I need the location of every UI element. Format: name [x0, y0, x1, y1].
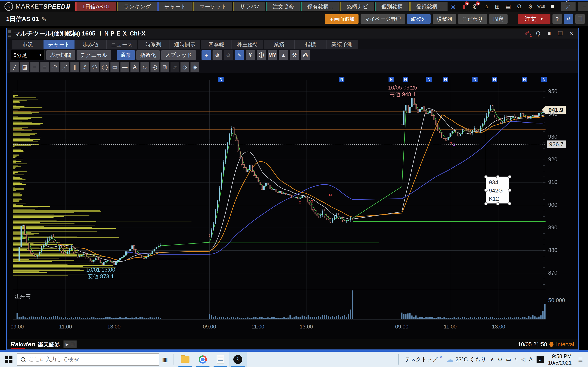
trendline-tool-icon[interactable]: ╱ [10, 62, 19, 72]
web-icon[interactable]: WEB [536, 2, 546, 11]
window-tab[interactable]: ニュース [106, 40, 138, 49]
taskbar-app-explorer[interactable] [176, 352, 194, 367]
phone-icon[interactable]: ✆N [470, 2, 480, 11]
multi-hlines-tool-icon[interactable]: ≡ [40, 62, 49, 72]
task-view-button[interactable]: ▥ [159, 352, 171, 367]
window-tab[interactable]: 歩み値 [75, 40, 106, 49]
popout-button[interactable]: ❐ [575, 14, 585, 24]
speaker-icon[interactable]: ◁ [521, 356, 525, 363]
price-chart-canvas[interactable] [13, 74, 545, 321]
pentagon-tool-icon[interactable]: ⬠ [90, 62, 99, 72]
hamburger-menu-icon[interactable]: ≡ [548, 2, 557, 11]
my-chart-icon[interactable]: MY [268, 50, 277, 60]
vertical-lines-tool-icon[interactable]: ∥ [70, 62, 79, 72]
app-menu-tab[interactable]: 保有銘柄... [301, 2, 339, 11]
workspace-action-button[interactable]: ＋画面追加 [325, 14, 359, 24]
info-icon[interactable]: ⓘ [257, 50, 266, 60]
window-tab[interactable]: チャート [43, 40, 75, 49]
two-hlines-tool-icon[interactable]: ＝ [30, 62, 39, 72]
note-annotation-box[interactable]: 934942GK12 [486, 176, 509, 203]
pane-icon[interactable]: ❏ [71, 342, 75, 347]
window-tab[interactable]: 適時開示 [169, 40, 200, 49]
add-screen-icon[interactable]: ⊞ [493, 2, 502, 11]
news-marker[interactable]: N [426, 77, 432, 82]
news-marker[interactable]: N [403, 77, 408, 82]
drag-grip-icon[interactable] [8, 30, 11, 37]
print-icon[interactable]: ⎙ [301, 50, 310, 60]
app-menu-tab[interactable]: チャート [157, 2, 192, 11]
marker-tool-icon[interactable]: ▨ [20, 62, 29, 72]
workspace-action-button[interactable]: 横整列 [433, 14, 456, 24]
chart-mode-button[interactable]: 指数化 [136, 50, 160, 60]
news-marker[interactable]: N [472, 77, 477, 82]
window-tab[interactable]: 時系列 [138, 40, 169, 49]
ellipse-tool-icon[interactable]: ◯ [100, 62, 109, 72]
app-menu-tab[interactable]: マーケット [192, 2, 232, 11]
notification-center-icon[interactable]: ≣ [576, 355, 585, 364]
taskbar-search[interactable]: Ϙ [17, 353, 159, 366]
ime-mode-icon[interactable]: A [529, 356, 532, 363]
minimize-button[interactable]: – [579, 2, 588, 11]
rectangle-tool-icon[interactable]: ▭ [111, 62, 119, 72]
workspace-action-button[interactable]: 縦整列 [407, 14, 431, 24]
link-pin-icon[interactable]: ✐1 [523, 29, 531, 38]
yen-icon[interactable]: ¥ [246, 50, 255, 60]
eraser-tool-icon[interactable]: ◇ [181, 62, 189, 72]
news-marker[interactable]: N [339, 77, 345, 82]
draw-pencil-icon[interactable]: ✎ [234, 50, 244, 60]
toolbar-button[interactable]: 表示期間 [46, 50, 75, 60]
news-marker[interactable]: N [522, 77, 527, 82]
toolbar-button[interactable]: テクニカル [77, 50, 111, 60]
fan-lines-tool-icon[interactable]: ⋰ [61, 62, 69, 72]
news-marker[interactable]: N [389, 77, 394, 82]
news-marker[interactable]: N [492, 77, 497, 82]
selection-handle[interactable] [484, 175, 488, 178]
area-chart-icon[interactable]: ▲ [279, 50, 288, 60]
time-cycle-tool-icon[interactable]: ◴ [150, 62, 159, 72]
selection-handle[interactable] [484, 189, 488, 192]
timeframe-select[interactable]: 5分足 ▼ [11, 50, 45, 60]
wrench-icon[interactable]: ⚒ [290, 50, 299, 60]
news-marker[interactable]: N [443, 77, 448, 82]
ime-icon[interactable]: J [536, 356, 544, 363]
hidden-icons-chevron[interactable]: ∧ [490, 356, 494, 363]
workspace-action-button[interactable]: 固定 [489, 14, 508, 24]
news-marker[interactable]: N [218, 77, 224, 82]
hand-tool-icon[interactable]: ☞ [171, 62, 179, 72]
eraser-all-tool-icon[interactable]: ◈ [190, 62, 199, 72]
start-button[interactable] [0, 352, 17, 367]
text-tool-icon[interactable]: A [130, 62, 139, 72]
play-icon[interactable]: ▶ [66, 342, 69, 347]
popout-icon[interactable]: ❐ [556, 29, 564, 38]
taskbar-app-marketspeed[interactable]: ⌇ [229, 352, 247, 367]
window-tab[interactable]: 四季報 [201, 40, 232, 49]
zoom-out-icon[interactable]: ⊖ [224, 50, 233, 60]
help-button[interactable]: ? [553, 14, 562, 24]
app-menu-tab[interactable]: 銘柄ナビ [339, 2, 374, 11]
news-marker[interactable]: N [541, 77, 547, 82]
candle-chart-icon[interactable]: ▮N [459, 2, 469, 11]
chart-mode-button[interactable]: スプレッド [161, 50, 196, 60]
taskbar-clock[interactable]: 9:58 PM 10/5/2021 [548, 353, 572, 366]
window-tab[interactable]: 業績予測 [327, 40, 357, 49]
camera-icon[interactable]: ⊙ [498, 356, 502, 363]
home-icon[interactable]: ⌂ [481, 2, 491, 11]
order-button[interactable]: 注文 ▼ [518, 14, 550, 24]
status-playback-controls[interactable]: ▶ ❏ [63, 341, 76, 348]
weather-widget[interactable]: ☁ 23°C くもり [447, 355, 486, 364]
pitchfork-tool-icon[interactable]: ⫽ [80, 62, 89, 72]
screen-share-icon[interactable]: ▤ [503, 2, 513, 11]
close-icon[interactable]: ✕ [567, 29, 575, 38]
bell-icon[interactable]: Ω [515, 2, 524, 11]
pulse-icon[interactable]: ◉ [448, 2, 458, 11]
window-tab[interactable]: 指標 [295, 40, 326, 49]
battery-icon[interactable]: ▭ [506, 356, 511, 363]
window-tab[interactable]: 市況 [12, 40, 43, 49]
search-input[interactable] [28, 356, 135, 363]
app-menu-tab[interactable]: 1日信AS 01 [75, 2, 116, 11]
edit-workspace-icon[interactable]: ✎ [42, 16, 46, 22]
app-menu-tab[interactable]: 個別銘柄 [375, 2, 408, 11]
fibonacci-arc-tool-icon[interactable]: ◠ [51, 62, 59, 72]
chevron-expand-icon[interactable]: » [440, 354, 442, 360]
desktop-toolbar[interactable]: デスクトップ » [405, 356, 442, 363]
